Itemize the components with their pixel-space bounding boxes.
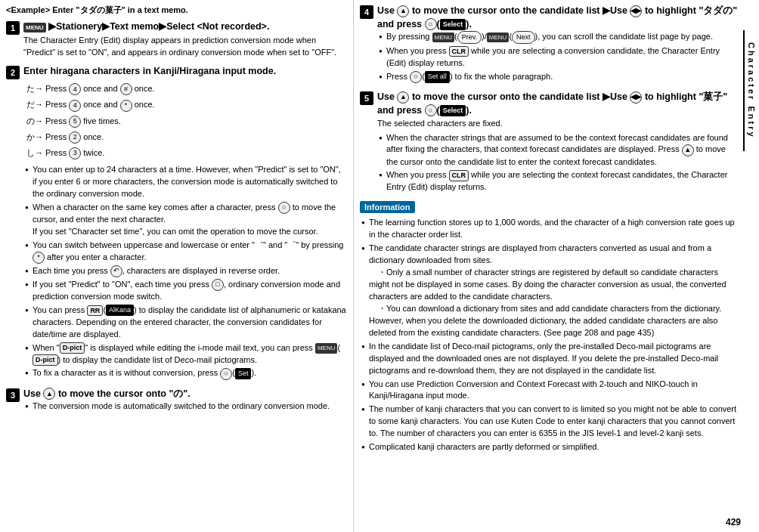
select-btn-4: ○ — [425, 18, 437, 30]
set-all-tag: Set all — [425, 71, 450, 82]
information-content: The learning function stores up to 1,000… — [360, 217, 738, 453]
step-2-number: 2 — [6, 66, 20, 79]
step-3-content: Use ▲ to move the cursor onto "の". The c… — [23, 388, 347, 414]
list-item: When you press CLR while you are selecti… — [379, 169, 738, 193]
information-bullets: The learning function stores up to 1,000… — [361, 217, 738, 453]
star-btn: * — [33, 252, 45, 264]
left-column: <Example> Enter "タダの菓子" in a text memo. … — [0, 0, 354, 532]
key-2-btn: 2 — [69, 131, 81, 144]
right-column: 4 Use ▲ to move the cursor onto the cand… — [354, 0, 759, 532]
step-4-number: 4 — [360, 5, 373, 19]
list-item: The candidate character strings are disp… — [361, 243, 738, 339]
list-item: The learning function stores up to 1,000… — [361, 217, 738, 241]
information-label: Information — [360, 201, 415, 213]
list-item: The conversion mode is automatically swi… — [25, 401, 347, 413]
list-item: You can enter up to 24 characters at a t… — [25, 164, 347, 200]
set-circle-4: ○ — [410, 71, 422, 83]
step-2-block: 2 Enter hiragana characters in Kanji/Hir… — [6, 65, 347, 382]
list-item: To fix a character as it is without conv… — [25, 367, 347, 379]
list-item: You can use Prediction Conversion and Co… — [361, 379, 738, 403]
nav-lr-btn-4: ◀▶ — [630, 5, 642, 17]
prev-btn: Prev. — [457, 31, 482, 44]
next-btn: Next — [512, 31, 535, 44]
step-3-block: 3 Use ▲ to move the cursor onto "の". The… — [6, 388, 347, 414]
sub-bullet-2: ・You can download a dictionary from site… — [369, 304, 721, 337]
list-item: When you press CLR while you are selecti… — [379, 45, 738, 70]
list-item: Each time you press ↶, characters are di… — [25, 265, 347, 277]
list-item: You can switch between uppercase and low… — [25, 240, 347, 264]
list-item: When the character strings that are assu… — [379, 132, 738, 169]
table-row: の→ Press 5 five times. — [25, 114, 156, 128]
step-1-number: 1 — [6, 21, 20, 35]
character-entry-label: Character Entry — [743, 30, 756, 151]
step-4-title: Use ▲ to move the cursor onto the candid… — [377, 5, 738, 31]
step-5-number: 5 — [360, 91, 373, 105]
list-item: Press ○(Set all) to fix the whole paragr… — [379, 71, 738, 83]
clr-btn-4: CLR — [449, 46, 469, 57]
menu-icon-next: MENU — [487, 32, 510, 43]
select-tag-5: Select — [440, 105, 466, 116]
d-pict-btn2: D-pict — [33, 354, 58, 366]
list-item: If you set "Predict" to "ON", each time … — [25, 279, 347, 303]
list-item: In the candidate list of Deco-mail picto… — [361, 341, 738, 377]
table-row: し→ Press 3 twice. — [25, 146, 156, 160]
select-tag-4: Select — [440, 19, 466, 30]
menu-icon-prev: MENU — [432, 32, 455, 43]
step-1-block: 1 MENU ▶Stationery▶Text memo▶Select <Not… — [6, 20, 347, 59]
step-2-bullets: You can enter up to 24 characters at a t… — [25, 164, 347, 380]
step-1-body: The Character Entry (Edit) display appea… — [23, 34, 347, 59]
list-item: When "D-pict" is displayed while editing… — [25, 342, 347, 367]
step-5-body: The selected characters are fixed. When … — [377, 117, 738, 193]
step-4-bullets: By pressing MENU(Prev.)/MENU(Next), you … — [379, 31, 738, 83]
step-2-body: た→ Press 4 once and # once. だ→ Press 4 o… — [23, 80, 347, 379]
list-item: You can press RR(AlKana) to display the … — [25, 305, 347, 341]
step-5-block: 5 Use ▲ to move the cursor onto the cand… — [360, 91, 738, 195]
step-3-body: The conversion mode is automatically swi… — [23, 401, 347, 413]
nav-lr-btn-5: ◀▶ — [630, 91, 642, 104]
nav-context-btn: ▲ — [682, 144, 694, 156]
step-3-title: Use ▲ to move the cursor onto "の". — [23, 388, 347, 401]
list-item: When a character on the same key comes a… — [25, 202, 347, 238]
step-1-title: MENU ▶Stationery▶Text memo▶Select <Not r… — [23, 20, 347, 34]
mode-btn: □ — [212, 279, 224, 291]
hiragana-input-table: た→ Press 4 once and # once. だ→ Press 4 o… — [23, 80, 158, 161]
list-item: The number of kanji characters that you … — [361, 404, 738, 440]
step-2-title: Enter hiragana characters in Kanji/Hirag… — [23, 65, 347, 79]
table-row: だ→ Press 4 once and * once. — [25, 97, 156, 112]
clr-btn-5: CLR — [449, 170, 469, 181]
menu-icon-1: MENU — [23, 23, 46, 32]
key-hash-btn: # — [120, 83, 132, 95]
key-3-btn: 3 — [69, 147, 81, 159]
page-number: 429 — [726, 517, 741, 527]
menu-icon-2: MENU — [315, 343, 338, 354]
nav-up-btn: ▲ — [43, 388, 55, 400]
nav-up-btn-5: ▲ — [397, 91, 409, 104]
step-4-block: 4 Use ▲ to move the cursor onto the cand… — [360, 5, 738, 85]
sub-bullet-1: ・Only a small number of character string… — [369, 268, 726, 301]
fn-btn: ↶ — [110, 265, 122, 277]
table-row: た→ Press 4 once and # once. — [25, 82, 156, 96]
key-star-btn: * — [120, 100, 132, 112]
nav-circle-btn: ○ — [278, 202, 290, 214]
step-4-body: By pressing MENU(Prev.)/MENU(Next), you … — [377, 31, 738, 83]
information-section: Information The learning function stores… — [360, 201, 738, 453]
nav-up-btn-4: ▲ — [397, 5, 409, 17]
set-tag: Set — [235, 368, 252, 379]
step-2-content: Enter hiragana characters in Kanji/Hirag… — [23, 65, 347, 382]
right-column-inner: 4 Use ▲ to move the cursor onto the cand… — [360, 5, 753, 453]
step-5-content: Use ▲ to move the cursor onto the candid… — [377, 91, 738, 195]
step-3-number: 3 — [6, 388, 20, 402]
alkana-tag: AlKana — [106, 305, 134, 316]
step-5-title: Use ▲ to move the cursor onto the candid… — [377, 91, 738, 117]
list-item: By pressing MENU(Prev.)/MENU(Next), you … — [379, 31, 738, 44]
key-4-btn: 4 — [69, 83, 81, 95]
example-header: <Example> Enter "タダの菓子" in a text memo. — [6, 5, 347, 16]
step-1-content: MENU ▶Stationery▶Text memo▶Select <Not r… — [23, 20, 347, 59]
step-3-bullets: The conversion mode is automatically swi… — [25, 401, 347, 413]
fix-btn: ○ — [220, 368, 232, 380]
key-5-btn: 5 — [69, 116, 81, 128]
d-pict-icon: D-pict — [60, 342, 85, 354]
rr-btn: RR — [87, 305, 103, 317]
step-4-content: Use ▲ to move the cursor onto the candid… — [377, 5, 738, 85]
table-row: か→ Press 2 once. — [25, 130, 156, 144]
